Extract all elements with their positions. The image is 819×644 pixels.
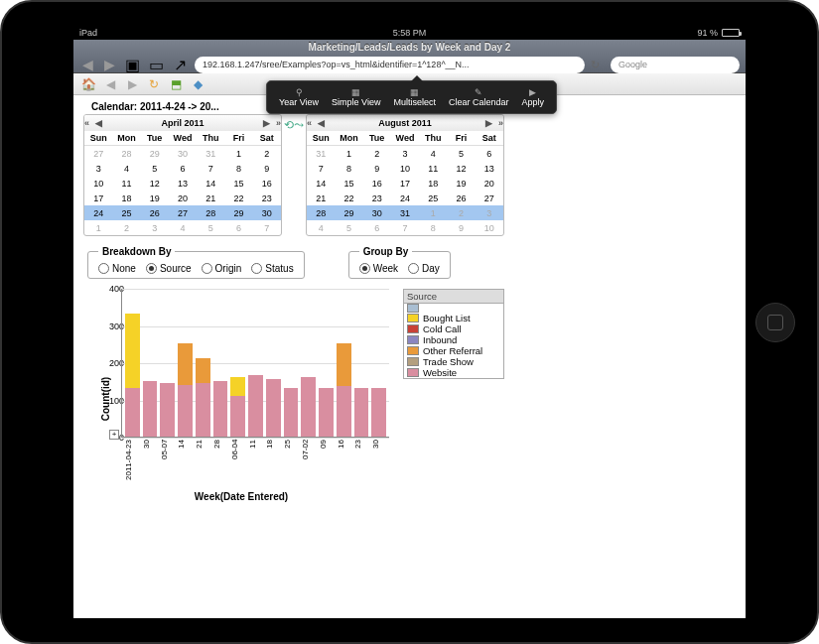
calendar-day[interactable]: 18: [112, 191, 140, 205]
calendar-day[interactable]: 6: [363, 220, 391, 235]
calendar-day[interactable]: 31: [197, 146, 224, 161]
cal-next-button[interactable]: ▶: [263, 118, 270, 128]
calendar-day[interactable]: 13: [476, 161, 503, 176]
reload-button[interactable]: ↻: [591, 59, 605, 71]
forward-icon[interactable]: ▶: [123, 75, 141, 93]
calendar-day[interactable]: 22: [335, 191, 362, 205]
calendar-day[interactable]: 16: [363, 176, 391, 191]
bar[interactable]: [143, 381, 158, 437]
calendar-day[interactable]: 22: [224, 191, 252, 205]
calendar-day[interactable]: 4: [307, 220, 335, 235]
calendar-day[interactable]: 25: [419, 191, 447, 205]
calendar-day[interactable]: 1: [224, 146, 252, 161]
calendar-day[interactable]: 7: [253, 220, 281, 235]
calendar-day[interactable]: 14: [307, 176, 335, 191]
breakdown-origin[interactable]: Origin: [202, 263, 242, 274]
layer-icon[interactable]: ◆: [189, 75, 206, 93]
cal-prev-button[interactable]: ◀: [95, 118, 102, 128]
share-icon[interactable]: ↗: [171, 58, 189, 71]
calendar-day[interactable]: 19: [447, 176, 475, 191]
breakdown-none[interactable]: None: [98, 263, 136, 274]
cal2-prev-button[interactable]: ◀: [318, 118, 325, 128]
bar[interactable]: [371, 388, 386, 437]
calendar-day[interactable]: 25: [112, 205, 140, 220]
pages-icon[interactable]: ▣: [123, 58, 141, 71]
bar[interactable]: [213, 381, 228, 437]
calendar-day[interactable]: 7: [307, 161, 335, 176]
calendar-day[interactable]: 6: [169, 161, 197, 176]
back-button[interactable]: ◀: [79, 57, 95, 72]
calendar-day[interactable]: 1: [84, 220, 112, 235]
calendar-day[interactable]: 3: [476, 205, 503, 220]
calendar-day[interactable]: 11: [419, 161, 447, 176]
bar[interactable]: [125, 314, 140, 437]
calendar-day[interactable]: 28: [197, 205, 224, 220]
bar[interactable]: [301, 377, 316, 437]
expand-button[interactable]: +: [109, 430, 119, 440]
calendar-day[interactable]: 24: [84, 205, 112, 220]
calendar-day[interactable]: 2: [112, 220, 140, 235]
calendar-day[interactable]: 10: [476, 220, 503, 235]
calendar-day[interactable]: 31: [391, 205, 419, 220]
groupby-day[interactable]: Day: [408, 263, 440, 274]
calendar-day[interactable]: 21: [197, 191, 224, 205]
calendar-day[interactable]: 27: [84, 146, 112, 161]
legend-item[interactable]: Trade Show: [404, 356, 503, 367]
calendar-day[interactable]: 29: [141, 146, 169, 161]
bookmarks-icon[interactable]: ▭: [147, 58, 165, 71]
back-icon[interactable]: ◀: [101, 75, 119, 93]
calendar-day[interactable]: 9: [253, 161, 281, 176]
calendar-day[interactable]: 31: [307, 146, 335, 161]
calendar-day[interactable]: 13: [169, 176, 197, 191]
calendar-day[interactable]: 5: [335, 220, 362, 235]
calendar-day[interactable]: 6: [476, 146, 503, 161]
calendar-day[interactable]: 16: [253, 176, 281, 191]
bar[interactable]: [337, 343, 351, 437]
calendar-day[interactable]: 23: [253, 191, 281, 205]
calendar-day[interactable]: 7: [197, 161, 224, 176]
calendar-day[interactable]: 28: [307, 205, 335, 220]
calendar-day[interactable]: 11: [112, 176, 140, 191]
calendar-day[interactable]: 30: [363, 205, 391, 220]
calendar-day[interactable]: 17: [84, 191, 112, 205]
calendar-day[interactable]: 8: [419, 220, 447, 235]
bar[interactable]: [178, 343, 193, 437]
legend-item[interactable]: Cold Call: [404, 323, 503, 334]
calendar-day[interactable]: 2: [253, 146, 281, 161]
bar[interactable]: [319, 388, 334, 437]
forward-button[interactable]: ▶: [101, 57, 117, 72]
cal2-last-button[interactable]: »: [498, 118, 503, 128]
bar[interactable]: [354, 388, 369, 437]
multiselect-button[interactable]: ▦Multiselect: [387, 85, 442, 109]
home-icon[interactable]: 🏠: [79, 75, 97, 93]
apply-button[interactable]: ▶Apply: [515, 85, 550, 109]
calendar-day[interactable]: 12: [141, 176, 169, 191]
calendar-day[interactable]: 29: [224, 205, 252, 220]
clear-calendar-button[interactable]: ✎Clear Calendar: [443, 85, 515, 109]
calendar-day[interactable]: 6: [224, 220, 252, 235]
calendar-day[interactable]: 3: [391, 146, 419, 161]
bar[interactable]: [230, 377, 245, 437]
calendar-day[interactable]: 14: [197, 176, 224, 191]
calendar-day[interactable]: 3: [84, 161, 112, 176]
calendar-day[interactable]: 20: [169, 191, 197, 205]
calendar-day[interactable]: 12: [447, 161, 475, 176]
calendar-day[interactable]: 1: [419, 205, 447, 220]
legend-item[interactable]: Inbound: [404, 334, 503, 345]
calendar-day[interactable]: 29: [335, 205, 362, 220]
calendar-day[interactable]: 28: [112, 146, 140, 161]
cal2-next-button[interactable]: ▶: [485, 118, 492, 128]
refresh-icon[interactable]: ↻: [145, 75, 163, 93]
calendar-day[interactable]: 19: [141, 191, 169, 205]
calendar-day[interactable]: 9: [363, 161, 391, 176]
calendar-day[interactable]: 27: [169, 205, 197, 220]
calendar-day[interactable]: 18: [419, 176, 447, 191]
add-icon[interactable]: ⬒: [167, 75, 185, 93]
bar[interactable]: [266, 379, 281, 437]
calendar-day[interactable]: 4: [112, 161, 140, 176]
breakdown-source[interactable]: Source: [146, 263, 192, 274]
calendar-day[interactable]: 4: [169, 220, 197, 235]
cal2-first-button[interactable]: «: [307, 118, 312, 128]
calendar-day[interactable]: 26: [141, 205, 169, 220]
calendar-day[interactable]: 1: [335, 146, 362, 161]
